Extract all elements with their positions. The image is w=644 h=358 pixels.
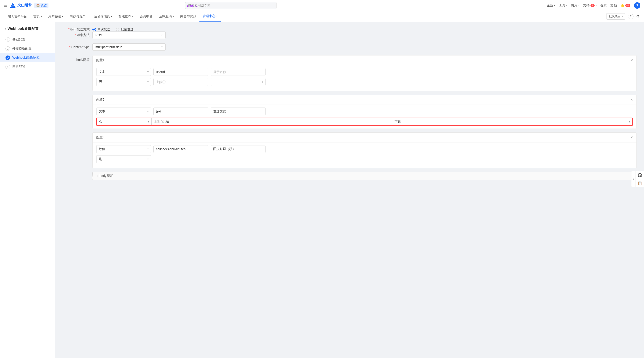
float-buttons: 🎧 📋 ›: [636, 171, 644, 187]
config-3-close-icon[interactable]: ×: [631, 135, 633, 140]
config-1-title: 配置1: [96, 58, 104, 62]
config-card-3: 配置3 × 数值 ▾: [92, 132, 637, 168]
home-badge[interactable]: 🏠 总览: [34, 3, 48, 8]
step-circle-3: [6, 55, 10, 60]
nav-tools[interactable]: 工具 ▾: [559, 3, 568, 7]
config-1-limit-input[interactable]: [154, 78, 208, 86]
sec-nav: 增长营销平台 首页 ▾ 用户触达 ▾ 内容与资产 ▾ 活动落地页 ▾ 算法推荐 …: [0, 11, 644, 22]
config-3-title: 配置3: [96, 135, 104, 140]
sidebar-item-webhook[interactable]: Webhook请求/响应: [0, 53, 55, 62]
content-type-value: multipart/form-data: [95, 45, 122, 49]
sidebar-label-external: 外接模版配置: [12, 47, 32, 51]
search-input[interactable]: [185, 2, 276, 9]
feedback-icon[interactable]: 📋: [636, 179, 644, 187]
nav-enterprise[interactable]: 企业 ▾: [547, 3, 555, 7]
config-1-extra-chevron: ▾: [262, 80, 263, 84]
config-3-display-input[interactable]: [211, 145, 266, 153]
sidebar-title[interactable]: ‹ Webhook通道配置: [0, 26, 55, 35]
sec-nav-home[interactable]: 首页 ▾: [30, 11, 45, 22]
config-2-display-input[interactable]: [211, 108, 266, 115]
sidebar-item-callback[interactable]: 4 回执配置: [0, 62, 55, 71]
config-2-require-chevron: ▾: [148, 120, 149, 123]
avatar[interactable]: S: [634, 2, 640, 9]
send-method-options: 单次发送 批量发送: [92, 27, 166, 31]
config-2-title: 配置2: [96, 98, 104, 102]
sidebar: ‹ Webhook通道配置 1 基础配置 2 外接模版配置 Webhook请求/…: [0, 22, 55, 358]
config-card-1: 配置1 × 文本 ▾: [92, 55, 637, 91]
sidebar-item-basic-config[interactable]: 1 基础配置: [0, 35, 55, 44]
content-type-select[interactable]: multipart/form-data ▾: [92, 43, 166, 51]
config-3-row2: 是 ▾: [96, 155, 633, 163]
sec-nav-content-resource[interactable]: 内容与资源: [177, 11, 200, 22]
add-body-config-button[interactable]: + body配置: [92, 172, 637, 180]
config-1-extra-select[interactable]: ▾: [211, 78, 266, 86]
config-3-type-select[interactable]: 数值 ▾: [96, 145, 151, 153]
config-2-type-value: 文本: [99, 109, 105, 114]
sidebar-label-webhook: Webhook请求/响应: [12, 56, 40, 60]
radio-single-label: 单次发送: [98, 27, 110, 31]
config-1-type-select[interactable]: 文本 ▾: [96, 68, 151, 76]
radio-batch-label: 批量发送: [121, 27, 134, 31]
config-1-type-chevron: ▾: [147, 70, 149, 73]
sec-nav-management[interactable]: 管理中心 ▾: [200, 11, 221, 22]
expand-icon[interactable]: ›: [631, 171, 636, 187]
config-2-limit-input[interactable]: [164, 118, 390, 125]
nav-support[interactable]: 支持 1 ▾: [583, 3, 597, 7]
config-card-3-body: 数值 ▾ 是 ▾: [92, 143, 636, 168]
logo-icon: [10, 2, 16, 9]
config-3-name-input[interactable]: [154, 145, 208, 153]
sec-nav-wechat[interactable]: 企微互动 ▾: [156, 11, 177, 22]
sec-nav-content-assets[interactable]: 内容与资产 ▾: [66, 11, 91, 22]
sec-nav-algorithm[interactable]: 算法推荐 ▾: [115, 11, 136, 22]
support-badge: 1: [590, 4, 594, 7]
body-config-label: body配置: [62, 55, 90, 62]
config-1-close-icon[interactable]: ×: [631, 58, 633, 62]
sidebar-item-external-template[interactable]: 2 外接模版配置: [0, 44, 55, 53]
config-card-2-header: 配置2 ×: [92, 95, 636, 105]
config-1-row1: 文本 ▾: [96, 68, 633, 76]
radio-batch-send[interactable]: 批量发送: [116, 27, 134, 31]
config-2-name-input[interactable]: [154, 108, 208, 115]
config-2-require-select[interactable]: 否 ▾: [97, 118, 152, 125]
config-1-display-input[interactable]: [211, 68, 266, 76]
nav-record[interactable]: 备案: [600, 3, 607, 7]
config-2-extra-select[interactable]: 字数 ▾: [392, 118, 632, 125]
send-method-label: 接口发送方式: [62, 27, 90, 31]
sec-nav-member[interactable]: 会员中台: [136, 11, 156, 22]
default-project-selector[interactable]: 默认项目 ▾: [606, 13, 625, 20]
step-circle-2: 2: [6, 46, 10, 51]
nav-fee[interactable]: 费用 ▾: [571, 3, 580, 7]
top-nav: ☰ 火山引擎 🏠 总览 staging 企业 ▾ 工具 ▾ 费用 ▾ 支持 1 …: [0, 0, 644, 11]
radio-dot-batch: [116, 28, 120, 31]
sec-nav-right: 默认项目 ▾ ? ⚙: [606, 13, 640, 20]
home-badge-label: 总览: [41, 3, 47, 7]
help-icon[interactable]: ?: [628, 14, 634, 19]
config-2-extra-value: 字数: [394, 120, 401, 124]
request-method-row: 请求方法 POST ▾: [62, 31, 637, 39]
settings-icon[interactable]: ⚙: [636, 14, 640, 18]
config-2-type-select[interactable]: 文本 ▾: [96, 108, 151, 115]
sec-nav-user-touch[interactable]: 用户触达 ▾: [45, 11, 66, 22]
hamburger-icon[interactable]: ☰: [4, 3, 7, 8]
request-method-label: 请求方法: [62, 33, 90, 37]
nav-docs[interactable]: 文档: [610, 3, 617, 7]
config-2-limit-container: 上限 i: [152, 118, 392, 125]
config-3-require-select[interactable]: 是 ▾: [96, 155, 151, 163]
nav-right: 企业 ▾ 工具 ▾ 费用 ▾ 支持 1 ▾ 备案 文档 🔔 45 S: [547, 2, 640, 9]
headset-icon[interactable]: 🎧: [636, 171, 644, 179]
add-body-plus-icon: +: [96, 174, 98, 178]
config-2-close-icon[interactable]: ×: [631, 98, 633, 102]
config-2-extra-chevron: ▾: [629, 120, 630, 123]
radio-single-send[interactable]: 单次发送: [92, 27, 110, 31]
notification-icon[interactable]: 🔔 45: [620, 4, 630, 7]
sec-nav-activity[interactable]: 活动落地页 ▾: [91, 11, 115, 22]
send-method-row: 接口发送方式 单次发送 批量发送: [62, 27, 637, 31]
config-1-type-value: 文本: [99, 70, 105, 74]
config-3-type-value: 数值: [99, 147, 105, 151]
config-card-2-body: 文本 ▾ 否 ▾: [92, 105, 636, 129]
config-1-require-select[interactable]: 否 ▾: [96, 78, 151, 86]
search-bar: staging: [185, 2, 276, 9]
config-1-name-input[interactable]: [154, 68, 208, 76]
request-method-select[interactable]: POST ▾: [92, 31, 166, 39]
step-circle-1: 1: [6, 37, 10, 42]
